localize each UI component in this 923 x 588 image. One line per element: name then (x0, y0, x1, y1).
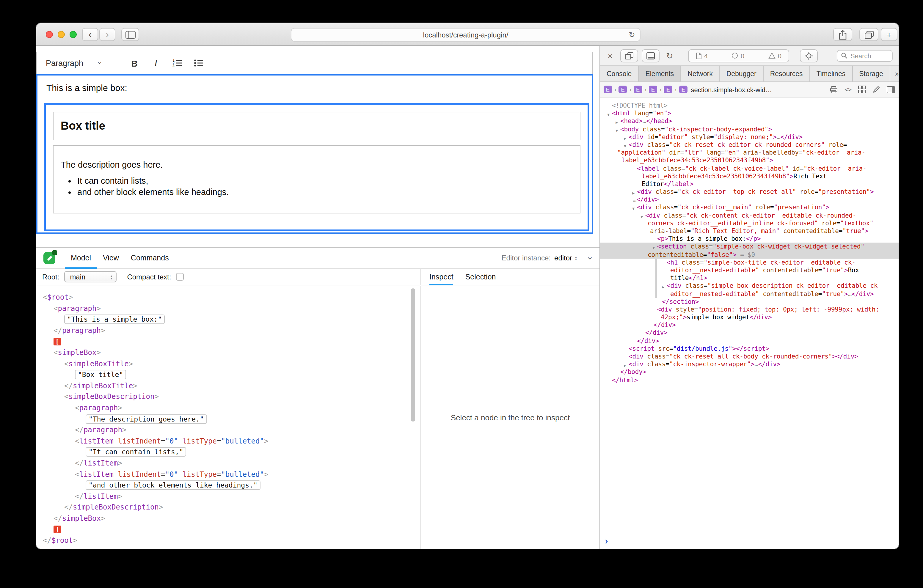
element-picker-button[interactable] (800, 49, 818, 62)
element-badge-icon[interactable]: E (664, 85, 672, 94)
tab-view[interactable]: View (97, 248, 125, 268)
simple-box-title[interactable]: Box title (53, 112, 580, 140)
inspector-search-input[interactable]: Search (837, 50, 893, 62)
model-tree-line[interactable]: </simpleBox> (36, 513, 411, 524)
dom-tree-line[interactable]: </body> (600, 368, 898, 376)
description-paragraph[interactable]: The description goes here. (61, 160, 573, 169)
dom-tree-line[interactable]: label_e63cbbfece34c53ce23501062343f49b8"… (600, 157, 898, 164)
dom-tree-line[interactable]: aria-label="Rich Text Editor, main" cont… (600, 227, 898, 235)
element-badge-icon[interactable]: E (604, 85, 612, 94)
italic-button[interactable]: I (149, 55, 163, 71)
model-tree-line[interactable]: "It can contain lists," (36, 447, 411, 458)
reload-icon[interactable]: ↻ (629, 30, 635, 39)
scrollbar-thumb[interactable] (411, 288, 415, 422)
dom-tree-line[interactable]: ▼<body class="ck-inspector-body-expanded… (600, 125, 898, 133)
tab-storage[interactable]: Storage (852, 66, 890, 81)
dom-tree-line[interactable]: ▼<div class="ck ck-content ck-editor__ed… (600, 211, 898, 219)
new-tab-button[interactable]: + (881, 28, 897, 41)
root-select[interactable]: main ▲▼ (64, 271, 116, 283)
tab-model[interactable]: Model (65, 248, 97, 268)
dom-tree-line[interactable]: </div> (600, 337, 898, 345)
address-bar[interactable]: localhost/creating-a-plugin/ ↻ (291, 28, 641, 42)
tab-overview-button[interactable] (859, 28, 879, 41)
dom-tree-line[interactable]: ▶<div class="simple-box-description ck-e… (600, 282, 898, 290)
rich-text-editor[interactable]: This is a simple box: Box title The desc… (36, 74, 593, 234)
dom-tree-line[interactable]: <p>This is a simple box:</p> (600, 235, 898, 243)
tab-elements[interactable]: Elements (639, 66, 681, 81)
element-badge-icon[interactable]: E (634, 85, 642, 94)
dom-tree-line[interactable]: ▶<div class="ck ck-editor__top ck-reset_… (600, 188, 898, 195)
model-tree-line[interactable]: "The description goes here." (36, 414, 411, 424)
error-count[interactable]: 0 (732, 52, 744, 59)
tab-commands[interactable]: Commands (125, 248, 175, 268)
compact-text-checkbox[interactable] (176, 273, 184, 281)
dom-tree-line[interactable]: label_e63cbbfece34c53ce23501062343f49b8"… (600, 172, 898, 180)
dom-tree-line[interactable]: <h1 class="simple-box-title ck-editor__e… (600, 259, 898, 266)
model-tree-line[interactable]: [ (36, 336, 411, 347)
dom-tree-line[interactable]: corners ck-editor__editable_inline ck-fo… (600, 219, 898, 227)
dom-tree-line[interactable]: ▼<html lang="en"> (600, 109, 898, 117)
model-tree-line[interactable]: "Box title" (36, 369, 411, 380)
model-tree-scrollbar[interactable] (411, 287, 416, 548)
model-tree-line[interactable]: "and other block elements like headings.… (36, 480, 411, 491)
close-inspector-button[interactable]: × (604, 49, 617, 62)
tab-selection[interactable]: Selection (465, 269, 496, 286)
model-tree-line[interactable]: </simpleBoxDescription> (36, 502, 411, 513)
dom-tree-line[interactable]: <label class="ck ck-label ck-voice-label… (600, 164, 898, 172)
simple-box-widget[interactable]: Box title The description goes here. It … (44, 103, 590, 231)
more-tabs-button[interactable]: » (890, 66, 899, 81)
dom-tree-line[interactable]: ▶<div class="ck-inspector-wrapper">…</di… (600, 360, 898, 368)
model-tree-line[interactable]: </paragraph> (36, 424, 411, 435)
element-badge-icon[interactable]: E (649, 85, 657, 94)
model-tree-line[interactable]: </$root> (36, 535, 411, 546)
back-button[interactable]: ‹ (82, 28, 98, 41)
bold-button[interactable]: B (127, 55, 141, 71)
dom-tree-line[interactable]: ▼<div class="ck ck-editor__main" role="p… (600, 204, 898, 211)
resource-issue-counts[interactable]: 4 0 0 (688, 49, 789, 62)
model-tree-line[interactable]: "This is a simple box:" (36, 314, 411, 325)
model-tree-line[interactable]: <listItem listIndent="0" listType="bulle… (36, 435, 411, 447)
model-tree-line[interactable]: <simpleBoxTitle> (36, 358, 411, 369)
dom-tree-line[interactable]: <div style="position: fixed; top: 0px; l… (600, 305, 898, 313)
forward-button[interactable]: › (99, 28, 115, 41)
dom-tree-line[interactable]: title</h1> (600, 274, 898, 282)
dom-tree-line[interactable]: <div class="ck ck-reset_all ck-body ck-r… (600, 353, 898, 360)
warning-count[interactable]: 0 (769, 52, 782, 59)
dom-tree-line[interactable]: …</div> (600, 196, 898, 204)
tab-debugger[interactable]: Debugger (720, 66, 764, 81)
breadcrumb-selected-node[interactable]: section.simple-box.ck-wid… (691, 86, 772, 93)
dom-tree-line[interactable]: "application" dir="ltr" lang="en" aria-l… (600, 149, 898, 156)
model-tree-line[interactable]: </listItem> (36, 491, 411, 502)
undock-button[interactable] (620, 49, 638, 62)
model-tree-line[interactable]: </simpleBoxTitle> (36, 381, 411, 391)
simple-box-description[interactable]: The description goes here. It can contai… (53, 145, 580, 214)
grid-icon[interactable] (858, 85, 866, 94)
dom-tree-line[interactable]: </section> (600, 297, 898, 305)
dom-tree-line[interactable]: editor__nested-editable" contenteditable… (600, 290, 898, 297)
dom-tree-line[interactable]: </div> (600, 329, 898, 337)
model-tree-line[interactable]: </paragraph> (36, 325, 411, 336)
zoom-window-button[interactable] (70, 31, 77, 38)
element-badge-icon[interactable]: E (619, 85, 627, 94)
print-icon[interactable] (829, 85, 838, 94)
tab-inspect[interactable]: Inspect (429, 269, 453, 286)
dom-tree-line[interactable]: ▼<section class="simple-box ck-widget ck… (600, 243, 898, 251)
dom-tree-line[interactable]: <script src="dist/bundle.js"></script> (600, 345, 898, 353)
model-tree-line[interactable]: <$root> (36, 292, 411, 303)
close-window-button[interactable] (46, 31, 53, 38)
model-tree-line[interactable]: <simpleBoxDescription> (36, 391, 411, 402)
share-button[interactable] (833, 28, 852, 41)
dom-tree-line[interactable]: editor__nested-editable" contenteditable… (600, 266, 898, 274)
tab-timelines[interactable]: Timelines (810, 66, 853, 81)
dom-tree-line[interactable]: </html> (600, 376, 898, 384)
model-tree-line[interactable]: ] (36, 524, 411, 535)
heading-dropdown[interactable]: Paragraph › (46, 59, 120, 67)
sidebar-toggle-button[interactable] (122, 28, 139, 41)
tab-resources[interactable]: Resources (764, 66, 810, 81)
numbered-list-button[interactable]: 123 (170, 55, 184, 71)
dom-tree-line[interactable]: ▶<head>…</head> (600, 117, 898, 125)
reload-page-button[interactable]: ↻ (663, 49, 676, 62)
tab-network[interactable]: Network (681, 66, 719, 81)
editor-paragraph[interactable]: This is a simple box: (38, 76, 592, 93)
dom-tree-line[interactable]: ▶<div id="editor" style="display: none;"… (600, 133, 898, 141)
